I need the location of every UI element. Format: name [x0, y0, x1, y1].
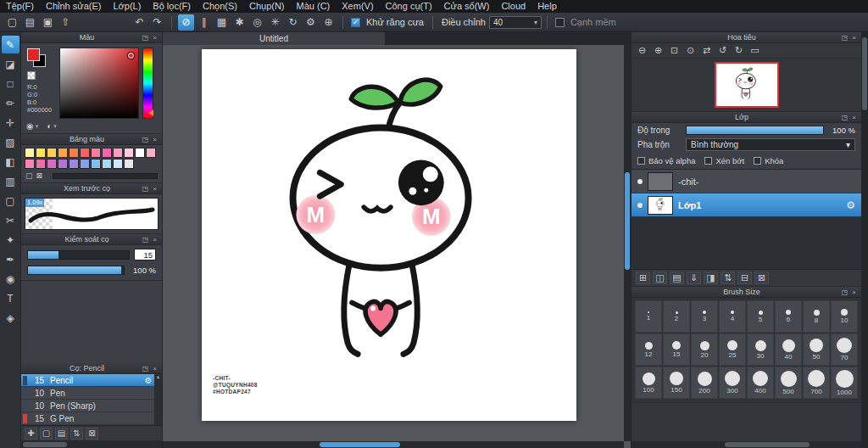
- palette-swatch[interactable]: [135, 148, 145, 158]
- brush-size-option[interactable]: 20: [691, 333, 718, 366]
- brush-size-option[interactable]: 150: [663, 367, 690, 399]
- close-icon[interactable]: ×: [849, 288, 859, 296]
- brush-size-slider[interactable]: [27, 250, 130, 260]
- layer-settings-gear-icon[interactable]: ⚙: [846, 199, 855, 211]
- zoom-in-button[interactable]: ⊕: [651, 44, 665, 57]
- popout-icon[interactable]: ◳: [141, 236, 150, 244]
- brush-size-option[interactable]: 3: [691, 300, 718, 333]
- hue-slider[interactable]: [142, 48, 153, 119]
- brush-size-option[interactable]: 200: [691, 367, 718, 399]
- rotate-right-button[interactable]: ↻: [732, 44, 746, 57]
- palette-swatch[interactable]: [69, 148, 79, 158]
- brush-size-option[interactable]: 700: [803, 367, 830, 399]
- palette-swatch[interactable]: [124, 148, 134, 158]
- eraser-tool-button[interactable]: ◪: [2, 55, 19, 73]
- pen-tool-button[interactable]: ✏: [2, 94, 19, 112]
- layer-folder-button[interactable]: ▤: [670, 272, 684, 284]
- close-icon[interactable]: ×: [150, 365, 159, 372]
- undo-button[interactable]: ↶: [131, 14, 147, 31]
- brush-row-pen-sharp[interactable]: 10 Pen (Sharp): [21, 400, 154, 412]
- popout-icon[interactable]: ◳: [141, 34, 150, 42]
- snap-settings-button[interactable]: ⚙: [303, 14, 319, 31]
- zoom-actual-button[interactable]: ⊙: [683, 44, 698, 57]
- transparent-color-swatch[interactable]: [27, 71, 36, 80]
- select-tool-button[interactable]: ▢: [2, 192, 19, 210]
- palette-swatch[interactable]: [47, 159, 57, 169]
- redo-button[interactable]: ↷: [149, 14, 165, 31]
- save-button[interactable]: ▣: [40, 14, 56, 31]
- snap-parallel-button[interactable]: ∥: [196, 14, 212, 31]
- marker-tool-button[interactable]: ▨: [2, 133, 19, 151]
- magic-wand-tool-button[interactable]: ✦: [2, 231, 19, 249]
- clipping-checkbox[interactable]: [704, 157, 712, 165]
- brush-list-scrollbar[interactable]: ▲: [154, 374, 162, 425]
- palette-swatch[interactable]: [80, 159, 90, 169]
- lasso-tool-button[interactable]: ✂: [2, 211, 19, 229]
- popout-icon[interactable]: ◳: [141, 365, 150, 372]
- menu-layer[interactable]: Lớp(L): [107, 0, 147, 13]
- palette-swatch[interactable]: [25, 148, 35, 158]
- caret-down-icon[interactable]: ▾: [36, 123, 39, 130]
- palette-swatch[interactable]: [91, 148, 101, 158]
- menu-edit[interactable]: Chỉnh sửa(E): [40, 0, 107, 13]
- lock-checkbox[interactable]: [754, 157, 761, 165]
- brush-size-option[interactable]: 1: [635, 300, 662, 333]
- delete-brush-button[interactable]: ⊠: [86, 428, 98, 440]
- menu-select[interactable]: Chọn(S): [197, 0, 243, 13]
- close-icon[interactable]: ×: [150, 185, 159, 193]
- layer-row-chit[interactable]: -chit-: [632, 170, 861, 193]
- text-tool-button[interactable]: T: [2, 289, 19, 307]
- brush-order-button[interactable]: ⇅: [70, 428, 83, 440]
- palette-swatch[interactable]: [113, 148, 123, 158]
- palette-swatch[interactable]: [102, 159, 112, 169]
- flip-view-button[interactable]: ⇄: [699, 44, 714, 57]
- layer-opacity-slider[interactable]: [686, 126, 824, 135]
- add-brush-button[interactable]: ✚: [25, 428, 37, 440]
- layer-visibility-icon[interactable]: [637, 179, 643, 184]
- close-icon[interactable]: ×: [849, 34, 859, 42]
- new-layer-button[interactable]: ⊞: [636, 272, 650, 284]
- palette-scrollbar[interactable]: [53, 173, 158, 179]
- palette-swatch[interactable]: [58, 148, 68, 158]
- palette-swatch[interactable]: [58, 159, 68, 169]
- move-tool-button[interactable]: ✛: [2, 114, 19, 132]
- snap-grid-button[interactable]: ▦: [214, 14, 230, 31]
- duplicate-brush-button[interactable]: ▢: [40, 428, 53, 440]
- popout-icon[interactable]: ◳: [141, 185, 150, 193]
- palette-swatch[interactable]: [91, 159, 101, 169]
- brush-size-option[interactable]: 500: [775, 367, 802, 399]
- snap-rotate-button[interactable]: ↻: [285, 14, 301, 31]
- brush-size-option[interactable]: 5: [747, 300, 774, 333]
- menu-tools[interactable]: Công cụ(T): [380, 0, 438, 13]
- popout-icon[interactable]: ◳: [840, 288, 849, 296]
- eyedropper-mode-icon[interactable]: ◉: [26, 121, 34, 131]
- brush-row-pen[interactable]: 10 Pen: [21, 387, 154, 400]
- menu-window[interactable]: Cửa sổ(W): [438, 0, 496, 13]
- layer-row-lop1[interactable]: Lớp1 ⚙: [632, 193, 861, 217]
- canvas-viewport[interactable]: -CHIT- @TUQUYNH408 #HOTDAP247: [163, 45, 631, 448]
- brush-size-option[interactable]: 12: [635, 333, 662, 366]
- window-vertical-scrollbar[interactable]: [861, 32, 868, 448]
- menu-file[interactable]: Tệp(F): [0, 0, 40, 13]
- shape-tool-button[interactable]: □: [2, 75, 19, 92]
- rotate-left-button[interactable]: ↺: [715, 44, 730, 57]
- brush-size-option[interactable]: 8: [803, 300, 830, 333]
- antialias-checkbox[interactable]: ✓: [351, 18, 360, 27]
- brush-size-option[interactable]: 15: [663, 333, 690, 366]
- pen-nib-tool-button[interactable]: ✒: [2, 250, 19, 268]
- layer-visibility-icon[interactable]: [637, 203, 643, 208]
- brush-size-option[interactable]: 400: [747, 367, 774, 399]
- menu-snap[interactable]: Chụp(N): [243, 0, 291, 13]
- caret-down-icon[interactable]: ▾: [53, 123, 57, 130]
- hue-slider-marker[interactable]: [148, 109, 153, 116]
- brush-opacity-slider[interactable]: [27, 266, 125, 275]
- brush-tool-button[interactable]: ✎: [2, 36, 19, 53]
- palette-swatch[interactable]: [102, 148, 112, 158]
- menu-view[interactable]: Xem(V): [336, 0, 379, 13]
- close-icon[interactable]: ×: [150, 136, 159, 143]
- brush-size-option[interactable]: 2: [663, 300, 690, 333]
- snap-off-button[interactable]: ⊘: [178, 14, 194, 31]
- soft-edge-checkbox[interactable]: [555, 18, 565, 27]
- brush-size-option[interactable]: 6: [775, 300, 802, 333]
- brush-folder-button[interactable]: ▤: [55, 428, 68, 440]
